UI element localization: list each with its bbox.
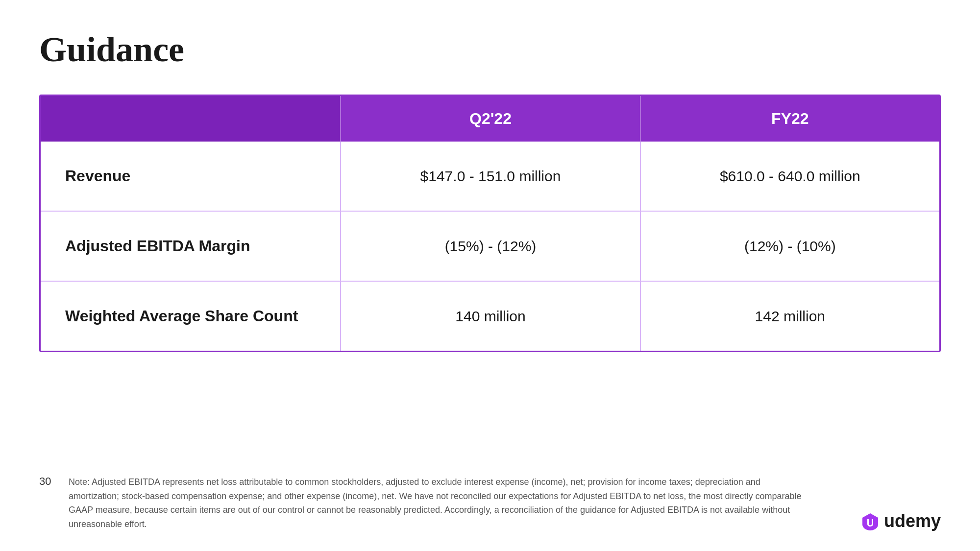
row2-q2: (15%) - (12%) <box>340 212 639 281</box>
table-row: Revenue $147.0 - 151.0 million $610.0 - … <box>41 142 939 212</box>
udemy-logo-icon <box>860 511 880 531</box>
row2-metric: Adjusted EBITDA Margin <box>41 212 340 281</box>
header-col1 <box>41 96 340 142</box>
udemy-logo-text: udemy <box>884 511 941 531</box>
row1-fy: $610.0 - 640.0 million <box>640 142 939 211</box>
header-col3: FY22 <box>640 96 939 142</box>
page-container: Guidance Q2'22 FY22 Revenue $147.0 - 151… <box>0 0 980 551</box>
guidance-table: Q2'22 FY22 Revenue $147.0 - 151.0 millio… <box>39 95 941 352</box>
row1-metric: Revenue <box>41 142 340 211</box>
table-row: Weighted Average Share Count 140 million… <box>41 282 939 351</box>
header-col2: Q2'22 <box>340 96 639 142</box>
udemy-logo: udemy <box>860 511 941 531</box>
page-title: Guidance <box>39 29 941 70</box>
footer-note: Note: Adjusted EBITDA represents net los… <box>69 475 804 531</box>
row3-fy: 142 million <box>640 282 939 351</box>
table-body: Revenue $147.0 - 151.0 million $610.0 - … <box>41 142 939 351</box>
row1-q2: $147.0 - 151.0 million <box>340 142 639 211</box>
footer-left: 30 Note: Adjusted EBITDA represents net … <box>39 475 804 531</box>
table-header: Q2'22 FY22 <box>41 96 939 142</box>
row3-metric: Weighted Average Share Count <box>41 282 340 351</box>
table-row: Adjusted EBITDA Margin (15%) - (12%) (12… <box>41 212 939 282</box>
footer: 30 Note: Adjusted EBITDA represents net … <box>39 475 941 531</box>
page-number: 30 <box>39 475 54 488</box>
row2-fy: (12%) - (10%) <box>640 212 939 281</box>
row3-q2: 140 million <box>340 282 639 351</box>
